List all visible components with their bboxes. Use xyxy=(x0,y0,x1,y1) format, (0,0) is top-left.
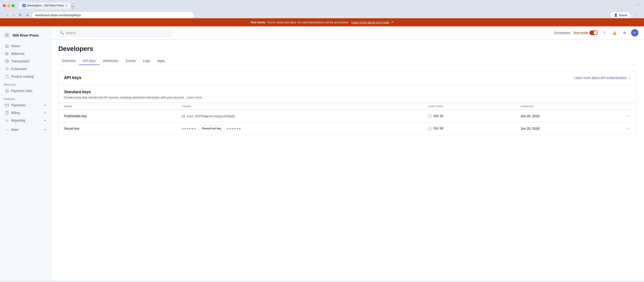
top-nav-right: Developers Test mode ? 🔔 ⚙ + xyxy=(554,29,638,36)
svg-rect-0 xyxy=(6,34,8,36)
browser-menu-button[interactable]: ⋮ xyxy=(634,13,638,18)
tab-events[interactable]: Events xyxy=(122,57,140,65)
key-created-publishable: Jun 20, 2018 xyxy=(515,110,619,122)
settings-button[interactable]: ⚙ xyxy=(621,29,628,36)
test-banner-label: Test mode xyxy=(250,20,265,24)
sidebar-label-balances: Balances xyxy=(11,52,24,55)
search-placeholder: Search xyxy=(66,31,76,35)
reveal-key-button[interactable]: Reveal test key xyxy=(199,125,224,132)
gear-icon: ⚙ xyxy=(623,31,626,35)
profile-icon: 👤 xyxy=(614,13,618,17)
key-token-publishable: pk_test_hZFYGaBpYdraSagjw5X2RpQc xyxy=(176,110,422,122)
developers-link[interactable]: Developers xyxy=(554,31,570,35)
address-bar: ‹ › ↻ ⊕ 👤 Guest ⋮ xyxy=(3,11,641,18)
sidebar: Still River Press Home Balances Transact… xyxy=(0,26,51,281)
svg-point-10 xyxy=(7,129,7,130)
site-info-button[interactable]: ⊕ xyxy=(25,13,30,18)
browser-expand-button[interactable]: ⌃ xyxy=(636,4,641,7)
sidebar-label-payments: Payments xyxy=(11,103,26,107)
sidebar-label-product-catalog: Product catalog xyxy=(11,75,34,78)
key-actions-secret: ··· xyxy=(619,122,636,135)
tab-webhooks[interactable]: Webhooks xyxy=(100,57,122,65)
reporting-icon xyxy=(5,119,9,122)
tab-overview[interactable]: Overview xyxy=(58,57,79,65)
browser-tabs: S Developers – Still River Press ✕ + xyxy=(19,2,74,9)
test-mode-toggle-group: Test mode xyxy=(573,30,598,35)
payments-chevron-icon: ▾ xyxy=(44,104,46,107)
shortcuts-section-label: Shortcuts xyxy=(0,80,51,87)
sidebar-label-customers: Customers xyxy=(11,67,27,71)
guest-profile-button[interactable]: 👤 Guest xyxy=(610,12,630,18)
reload-button[interactable]: ↻ xyxy=(17,12,23,18)
tab-title: Developers – Still River Press xyxy=(27,4,64,7)
sidebar-item-transactions[interactable]: Transactions xyxy=(2,57,49,65)
test-banner-link[interactable]: Learn more about test mode xyxy=(352,20,389,24)
back-button[interactable]: ‹ xyxy=(6,12,10,18)
key-actions-publishable: ··· xyxy=(619,110,636,122)
sidebar-item-more[interactable]: More ▾ xyxy=(2,126,49,133)
guest-label: Guest xyxy=(619,13,627,17)
close-window-button[interactable] xyxy=(3,4,6,7)
col-actions xyxy=(619,103,636,110)
sidebar-item-balances[interactable]: Balances xyxy=(2,50,49,57)
help-button[interactable]: ? xyxy=(600,29,608,36)
sidebar-label-transactions: Transactions xyxy=(11,59,30,63)
key-last-used-secret: i Oct 18 xyxy=(422,122,515,135)
sidebar-item-billing[interactable]: Billing ▾ xyxy=(2,109,49,116)
test-mode-toggle[interactable] xyxy=(590,30,598,35)
col-created: CREATED xyxy=(515,103,619,110)
help-icon: ? xyxy=(603,31,605,35)
info-icon: i xyxy=(428,127,432,131)
secret-key-more-button[interactable]: ··· xyxy=(624,126,631,132)
sidebar-brand[interactable]: Still River Press xyxy=(0,30,51,42)
forward-button[interactable]: › xyxy=(11,12,15,18)
window-controls xyxy=(3,4,14,7)
standard-keys-learn-more[interactable]: Learn more xyxy=(186,96,202,99)
api-keys-learn-link[interactable]: Learn more about API authentication → xyxy=(574,76,631,80)
notifications-button[interactable]: 🔔 xyxy=(611,29,618,36)
sidebar-item-home[interactable]: Home xyxy=(2,42,49,50)
key-last-used-publishable: i Oct 18 xyxy=(422,110,515,122)
address-input[interactable] xyxy=(32,12,194,18)
browser-chrome: S Developers – Still River Press ✕ + ⌃ ‹… xyxy=(0,0,644,18)
customers-icon xyxy=(5,67,9,71)
top-nav: 🔍 Search Developers Test mode ? 🔔 ⚙ xyxy=(51,26,644,39)
main-content: 🔍 Search Developers Test mode ? 🔔 ⚙ xyxy=(51,26,644,281)
col-token: TOKEN xyxy=(176,103,422,110)
api-keys-table: NAME TOKEN LAST USED CREATED Publishable… xyxy=(58,103,636,135)
tab-close-button[interactable]: ✕ xyxy=(65,4,67,7)
sidebar-item-payment-links[interactable]: Payment Links xyxy=(2,87,49,94)
reporting-chevron-icon: ▾ xyxy=(44,119,46,122)
new-tab-button[interactable]: + xyxy=(72,4,74,9)
test-banner-message: You're using test data. No real transact… xyxy=(267,20,349,24)
sidebar-item-product-catalog[interactable]: Product catalog xyxy=(2,73,49,80)
last-used-date: Oct 18 xyxy=(434,126,443,130)
home-icon xyxy=(5,44,9,48)
sidebar-item-customers[interactable]: Customers xyxy=(2,65,49,73)
api-keys-card-header: API keys Learn more about API authentica… xyxy=(58,71,636,85)
standard-keys-desc: Create a key that unlocks full API acces… xyxy=(64,96,631,99)
tab-apps[interactable]: Apps xyxy=(154,57,169,65)
external-link-icon: ↗ xyxy=(391,20,394,24)
active-tab[interactable]: S Developers – Still River Press ✕ xyxy=(19,2,71,9)
tab-logs[interactable]: Logs xyxy=(139,57,154,65)
tab-api-keys[interactable]: API keys xyxy=(79,57,99,65)
col-last-used: LAST USED xyxy=(422,103,515,110)
sidebar-item-reporting[interactable]: Reporting ▾ xyxy=(2,117,49,124)
table-row: Publishable key pk_test_hZFYGaBpYdraSagj… xyxy=(58,110,636,122)
api-keys-card-title: API keys xyxy=(64,75,82,80)
sidebar-item-payments[interactable]: Payments ▾ xyxy=(2,101,49,109)
search-bar[interactable]: 🔍 Search xyxy=(56,29,172,36)
key-token-secret: ●●●●●● Reveal test key ●●●●●● xyxy=(176,122,422,135)
maximize-window-button[interactable] xyxy=(12,4,14,7)
add-button[interactable]: + xyxy=(631,29,638,36)
masked-token: ●●●●●● Reveal test key ●●●●●● xyxy=(182,125,242,132)
plus-icon: + xyxy=(634,30,636,35)
token-value[interactable]: pk_test_hZFYGaBpYdraSagjw5X2RpQc xyxy=(182,115,235,118)
billing-chevron-icon: ▾ xyxy=(44,112,46,114)
brand-name: Still River Press xyxy=(12,33,39,37)
bell-icon: 🔔 xyxy=(612,31,616,35)
sidebar-label-payment-links: Payment Links xyxy=(11,89,32,93)
minimize-window-button[interactable] xyxy=(7,4,10,7)
publishable-key-more-button[interactable]: ··· xyxy=(624,113,631,119)
